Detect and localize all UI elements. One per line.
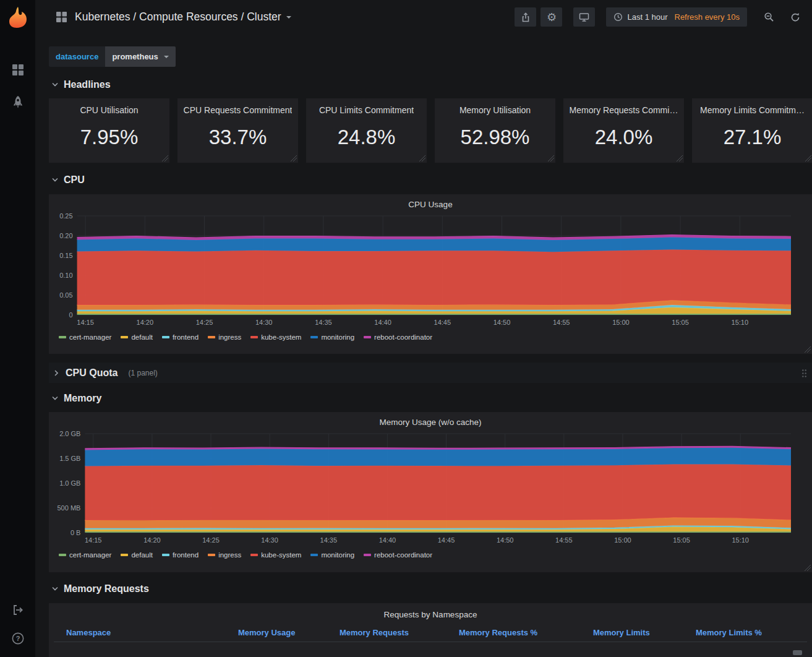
svg-text:15:10: 15:10 (732, 536, 749, 544)
svg-text:14:40: 14:40 (374, 319, 391, 326)
legend-item[interactable]: kube-system (250, 333, 301, 341)
legend-item[interactable]: reboot-coordinator (364, 333, 432, 341)
legend-color-icon (250, 554, 258, 556)
legend-item[interactable]: ingress (208, 551, 241, 559)
legend-color-icon (310, 554, 318, 556)
panel-title[interactable]: Memory Utilisation (459, 105, 531, 115)
legend-color-icon (121, 554, 128, 556)
sidebar-item-getting-started[interactable] (5, 92, 31, 112)
section-cpu[interactable]: CPU (51, 173, 812, 186)
settings-button[interactable]: ⚙ (541, 7, 562, 27)
legend-item[interactable]: monitoring (310, 551, 354, 559)
panel-title[interactable]: CPU Requests Commitment (184, 105, 293, 115)
panel-title[interactable]: Memory Limits Commitm… (700, 105, 805, 115)
stat-value: 52.98% (461, 115, 530, 163)
share-button[interactable] (515, 7, 536, 27)
sidebar-item-help[interactable]: ? (5, 629, 31, 648)
rocket-icon (11, 95, 25, 109)
stat-value: 27.1% (724, 115, 782, 163)
legend-item[interactable]: reboot-coordinator (364, 551, 432, 559)
refresh-button[interactable] (784, 7, 806, 27)
legend-item[interactable]: default (121, 551, 153, 559)
legend-item[interactable]: kube-system (250, 551, 301, 559)
datasource-variable: datasource prometheus (49, 46, 176, 67)
drag-handle-icon[interactable] (801, 369, 807, 377)
stat-value: 24.0% (595, 115, 653, 163)
legend-item[interactable]: frontend (162, 551, 199, 559)
sidebar-item-dashboards[interactable] (5, 60, 31, 80)
panel-title[interactable]: CPU Limits Commitment (319, 105, 414, 115)
panel-count: (1 panel) (128, 369, 157, 377)
dashboard-title-button[interactable]: Kubernetes / Compute Resources / Cluster (75, 11, 291, 24)
svg-text:0 B: 0 B (71, 529, 81, 536)
dashboard-grid-icon (56, 11, 67, 23)
panel-title[interactable]: Memory Usage (w/o cache) (54, 416, 807, 431)
legend-color-icon (162, 554, 169, 556)
column-header-memory-requests-pct[interactable]: Memory Requests % (459, 628, 593, 637)
legend-label: monitoring (321, 333, 354, 341)
legend-item[interactable]: default (121, 333, 153, 341)
memory-usage-chart[interactable]: 0 B500 MB1.0 GB1.5 GB2.0 GB14:1514:2014:… (54, 431, 807, 559)
section-memory[interactable]: Memory (51, 392, 812, 405)
svg-text:14:55: 14:55 (555, 536, 573, 544)
svg-text:15:05: 15:05 (672, 319, 689, 326)
legend-label: kube-system (261, 333, 301, 341)
svg-text:14:20: 14:20 (137, 319, 154, 326)
datasource-label: datasource (49, 46, 105, 67)
chevron-down-icon (51, 395, 59, 402)
sidebar-item-sign-in[interactable] (5, 600, 31, 620)
zoom-out-button[interactable] (758, 7, 780, 27)
time-range-label: Last 1 hour (627, 12, 667, 22)
svg-text:14:25: 14:25 (196, 319, 213, 326)
page-title: Kubernetes / Compute Resources / Cluster (75, 11, 281, 24)
cycle-view-mode-button[interactable] (573, 7, 595, 27)
svg-text:0.05: 0.05 (59, 291, 72, 299)
grafana-app: ? Kubernetes / Compute Resources / Clust… (0, 0, 812, 657)
gear-icon: ⚙ (547, 12, 557, 23)
svg-text:1.0 GB: 1.0 GB (59, 479, 80, 487)
column-header-namespace[interactable]: Namespace (66, 628, 238, 637)
section-label: CPU Quota (66, 367, 118, 379)
legend-item[interactable]: frontend (162, 333, 199, 341)
chart-legend: cert-managerdefaultfrontendingresskube-s… (54, 551, 807, 559)
legend-label: default (131, 551, 153, 559)
time-range-picker[interactable]: Last 1 hour Refresh every 10s (606, 7, 747, 27)
svg-text:14:50: 14:50 (497, 536, 514, 544)
legend-color-icon (208, 554, 215, 556)
column-header-memory-requests[interactable]: Memory Requests (340, 628, 459, 637)
cpu-usage-panel: CPU Usage 00.050.100.150.200.2514:1514:2… (49, 194, 812, 354)
cpu-usage-chart[interactable]: 00.050.100.150.200.2514:1514:2014:2514:3… (54, 213, 807, 341)
table-scrollbar[interactable] (793, 650, 802, 655)
svg-text:2.0 GB: 2.0 GB (59, 431, 80, 437)
panel-title[interactable]: CPU Usage (54, 198, 807, 213)
table-row (54, 642, 807, 650)
svg-text:14:45: 14:45 (438, 536, 455, 544)
svg-text:15:05: 15:05 (673, 536, 690, 544)
section-memory-requests[interactable]: Memory Requests (51, 583, 812, 596)
column-header-memory-usage[interactable]: Memory Usage (238, 628, 340, 637)
grafana-logo[interactable] (0, 0, 35, 34)
legend-color-icon (364, 554, 371, 556)
svg-text:14:50: 14:50 (494, 319, 511, 326)
column-header-memory-limits[interactable]: Memory Limits (593, 628, 696, 637)
column-header-memory-limits-pct[interactable]: Memory Limits % (696, 628, 807, 637)
panel-title[interactable]: Requests by Namespace (54, 608, 807, 623)
section-cpu-quota[interactable]: CPU Quota (1 panel) (49, 363, 812, 383)
legend-item[interactable]: cert-manager (59, 333, 111, 341)
legend-item[interactable]: ingress (208, 333, 241, 341)
chevron-down-icon (51, 81, 59, 88)
panel-title[interactable]: Memory Requests Commi… (570, 105, 678, 115)
chevron-down-icon (51, 176, 59, 184)
magnifier-icon (764, 12, 774, 22)
svg-text:0.15: 0.15 (59, 252, 72, 259)
datasource-select[interactable]: prometheus (105, 46, 175, 67)
section-label: Memory Requests (64, 583, 149, 595)
section-headlines[interactable]: Headlines (51, 78, 812, 91)
legend-item[interactable]: monitoring (310, 333, 354, 341)
panel-title[interactable]: CPU Utilisation (80, 105, 138, 115)
svg-text:14:35: 14:35 (315, 319, 332, 326)
stat-panel-memory-requests-commitment: Memory Requests Commi… 24.0% (563, 98, 684, 163)
legend-item[interactable]: cert-manager (59, 551, 111, 559)
chart-canvas: 0 B500 MB1.0 GB1.5 GB2.0 GB14:1514:2014:… (54, 431, 807, 547)
stat-panel-cpu-requests-commitment: CPU Requests Commitment 33.7% (177, 98, 298, 163)
